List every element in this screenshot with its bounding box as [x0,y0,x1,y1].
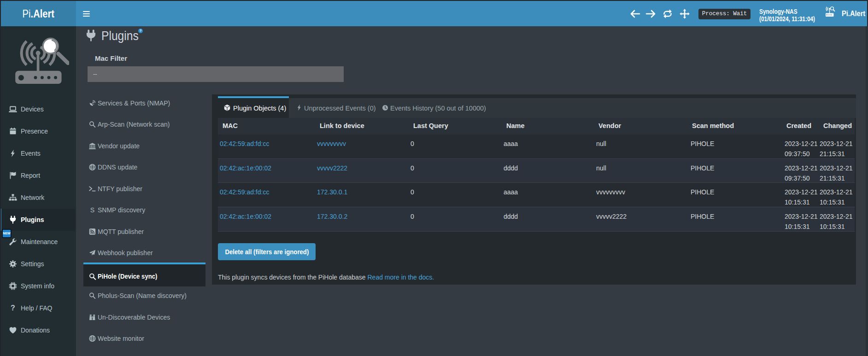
svg-text:S: S [90,207,94,214]
svg-text:?: ? [11,304,15,312]
